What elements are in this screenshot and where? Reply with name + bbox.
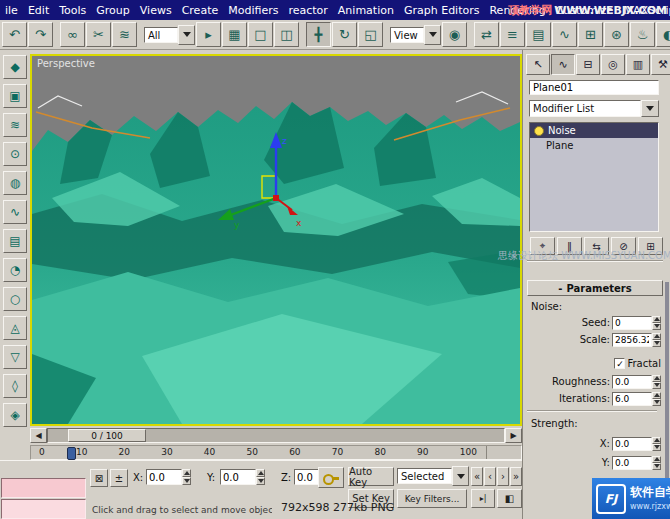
y-coordinate-field[interactable] <box>220 469 265 485</box>
modifier-list-dropdown[interactable]: Modifier List <box>529 100 659 117</box>
strength-y-input[interactable] <box>613 457 651 469</box>
select-and-move-icon[interactable]: ╋ <box>306 22 331 47</box>
set-keys-button[interactable] <box>318 467 344 488</box>
menu-item-edit[interactable]: Edit <box>23 4 54 17</box>
tab-hierarchy[interactable]: ⊟ <box>576 54 600 75</box>
reactor-icon-1[interactable]: ◆ <box>3 55 27 79</box>
play-animation-icon[interactable]: ▸| <box>471 489 495 508</box>
time-slider-thumb[interactable]: 0 / 100 <box>68 429 146 442</box>
scale-spinner[interactable] <box>652 333 661 347</box>
lock-selection-icon[interactable]: ⊠ <box>90 469 108 487</box>
chevron-down-icon[interactable] <box>424 25 441 45</box>
reactor-icon-3[interactable]: ≋ <box>3 113 27 137</box>
seed-spinner[interactable] <box>652 316 661 330</box>
reactor-icon-4[interactable]: ⊙ <box>3 142 27 166</box>
render-setup-icon[interactable]: ♨ <box>630 22 655 47</box>
unlink-selection-icon[interactable]: ✂ <box>86 22 111 47</box>
rectangular-region-icon[interactable]: □ <box>248 22 273 47</box>
reactor-icon-10[interactable]: ◬ <box>3 316 27 340</box>
key-filters-button[interactable]: Key Filters... <box>397 489 467 508</box>
iterations-spinner[interactable] <box>652 392 661 406</box>
roughness-spinner[interactable] <box>652 375 661 389</box>
strength-x-input[interactable] <box>613 438 651 450</box>
tab-utilities[interactable]: ⚒ <box>651 54 670 75</box>
y-coordinate-input[interactable] <box>221 470 255 484</box>
undo-icon[interactable]: ↶ <box>2 22 27 47</box>
select-and-scale-icon[interactable]: ◱ <box>358 22 383 47</box>
reference-coordinate-dropdown[interactable]: View <box>390 26 441 44</box>
time-slider-track[interactable]: 0 / 100 <box>47 428 505 443</box>
select-by-name-icon[interactable]: ▦ <box>222 22 247 47</box>
seed-field[interactable] <box>612 316 661 330</box>
previous-frame-icon[interactable]: ‹ <box>484 467 496 486</box>
key-mode-toggle-icon[interactable]: ◧ <box>497 489 522 508</box>
roughness-field[interactable] <box>612 375 661 389</box>
material-editor-icon[interactable]: ⊛ <box>604 22 629 47</box>
modifier-stack-item-noise[interactable]: Noise <box>530 123 658 138</box>
absolute-offset-toggle-icon[interactable]: ± <box>110 469 128 487</box>
mirror-icon[interactable]: ⇄ <box>474 22 499 47</box>
parameters-rollout-header[interactable]: - Parameters <box>527 280 663 296</box>
auto-key-button[interactable]: Auto Key <box>348 467 394 486</box>
go-to-end-icon[interactable]: » <box>510 467 522 486</box>
track-bar-frame-marker[interactable] <box>67 447 76 460</box>
time-slider-left-icon[interactable]: ◀ <box>30 428 47 443</box>
next-frame-icon[interactable]: › <box>497 467 509 486</box>
chevron-down-icon[interactable] <box>452 466 469 486</box>
tab-display[interactable]: ▥ <box>626 54 650 75</box>
reactor-icon-5[interactable]: ◍ <box>3 171 27 195</box>
fractal-checkbox[interactable]: ✓ <box>614 358 625 369</box>
strength-x-field[interactable] <box>612 437 661 451</box>
gizmo-center[interactable] <box>273 195 279 201</box>
scale-input[interactable] <box>613 334 651 346</box>
reactor-icon-12[interactable]: ◊ <box>3 374 27 398</box>
viewport-canvas[interactable]: z y x <box>32 56 520 424</box>
reactor-icon-13[interactable]: ◈ <box>3 403 27 427</box>
listener-row[interactable] <box>1 478 86 498</box>
seed-input[interactable] <box>613 317 651 329</box>
menu-item-graph-editors[interactable]: Graph Editors <box>399 4 485 17</box>
roughness-input[interactable] <box>613 376 651 388</box>
tab-motion[interactable]: ◎ <box>601 54 625 75</box>
menu-item-create[interactable]: Create <box>177 4 224 17</box>
lightbulb-icon[interactable] <box>534 126 544 136</box>
tab-modify[interactable]: ∿ <box>551 54 575 75</box>
menu-item-group[interactable]: Group <box>91 4 135 17</box>
strength-y-spinner[interactable] <box>652 456 661 470</box>
menu-item-modifiers[interactable]: Modifiers <box>223 4 283 17</box>
chevron-down-icon[interactable] <box>641 100 659 117</box>
schematic-view-icon[interactable]: ⊞ <box>578 22 603 47</box>
reactor-icon-2[interactable]: ▣ <box>3 84 27 108</box>
use-center-icon[interactable]: ◉ <box>442 22 467 47</box>
reactor-icon-7[interactable]: ▤ <box>3 229 27 253</box>
selection-filter-dropdown[interactable]: All <box>144 26 195 44</box>
x-coordinate-input[interactable] <box>147 470 181 484</box>
quick-render-icon[interactable]: ◐ <box>656 22 670 47</box>
key-filter-set-dropdown[interactable]: Selected <box>397 467 469 485</box>
iterations-field[interactable] <box>612 392 661 406</box>
reactor-icon-9[interactable]: ○ <box>3 287 27 311</box>
menu-item-reactor[interactable]: reactor <box>283 4 332 17</box>
y-spinner[interactable] <box>256 469 265 485</box>
track-bar[interactable]: 0 10 20 30 40 50 60 70 80 90 100 <box>30 445 522 460</box>
layers-icon[interactable]: ▤ <box>526 22 551 47</box>
object-name-field[interactable] <box>529 80 659 95</box>
chevron-down-icon[interactable] <box>178 25 195 45</box>
menu-item-tools[interactable]: Tools <box>54 4 91 17</box>
strength-x-spinner[interactable] <box>652 437 661 451</box>
bind-to-spacewarp-icon[interactable]: ≋ <box>112 22 137 47</box>
modifier-stack-item-plane[interactable]: Plane <box>530 138 658 153</box>
maxscript-mini-listener[interactable] <box>1 478 86 518</box>
perspective-viewport[interactable]: Perspective <box>30 54 522 426</box>
go-to-start-icon[interactable]: « <box>471 467 483 486</box>
x-coordinate-field[interactable] <box>146 469 191 485</box>
menu-item-views[interactable]: Views <box>135 4 177 17</box>
menu-item-animation[interactable]: Animation <box>333 4 399 17</box>
select-and-link-icon[interactable]: ∞ <box>60 22 85 47</box>
reactor-icon-6[interactable]: ∿ <box>3 200 27 224</box>
align-icon[interactable]: ≡ <box>500 22 525 47</box>
time-slider-right-icon[interactable]: ▶ <box>505 428 522 443</box>
redo-icon[interactable]: ↷ <box>28 22 53 47</box>
iterations-input[interactable] <box>613 393 651 405</box>
object-name-input[interactable] <box>529 80 659 95</box>
